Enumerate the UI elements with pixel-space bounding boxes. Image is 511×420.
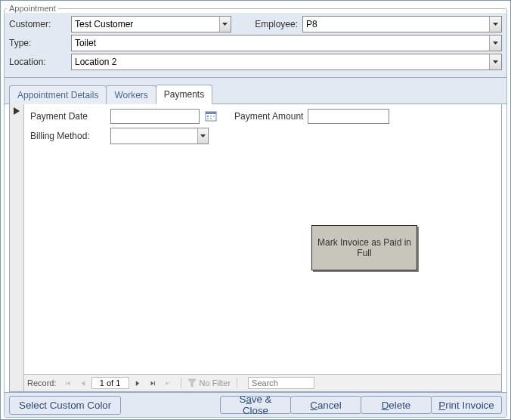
type-label: Type: bbox=[9, 38, 67, 48]
save-close-button[interactable]: Save & Close bbox=[220, 396, 291, 414]
location-label: Location: bbox=[9, 57, 67, 67]
payment-date-label: Payment Date bbox=[30, 111, 106, 122]
type-input[interactable] bbox=[72, 36, 489, 51]
header-panel: Customer: Employee: Type: Location: bbox=[5, 13, 506, 78]
nav-position-input[interactable] bbox=[91, 377, 129, 389]
svg-rect-8 bbox=[154, 381, 155, 384]
nav-separator bbox=[181, 378, 181, 388]
employee-dropdown-arrow[interactable] bbox=[489, 17, 501, 32]
payment-amount-input[interactable] bbox=[308, 109, 389, 124]
billing-method-input[interactable] bbox=[111, 128, 197, 144]
record-selector[interactable] bbox=[10, 104, 24, 391]
svg-rect-2 bbox=[207, 116, 209, 117]
tab-workers[interactable]: Workers bbox=[106, 85, 156, 104]
select-custom-color-button[interactable]: Select Custom Color bbox=[9, 396, 121, 415]
nav-last-button[interactable] bbox=[146, 377, 159, 389]
customer-dropdown-arrow[interactable] bbox=[219, 17, 231, 32]
tab-body-payments: Payment Date Payment Amount Billing Meth… bbox=[9, 104, 502, 392]
footer-bar: Select Custom Color Save & Close Cancel … bbox=[5, 392, 506, 417]
payments-subform: Payment Date Payment Amount Billing Meth… bbox=[10, 104, 501, 391]
svg-rect-3 bbox=[210, 116, 212, 117]
location-dropdown-arrow[interactable] bbox=[489, 54, 501, 69]
svg-rect-1 bbox=[206, 112, 216, 114]
employee-combo[interactable] bbox=[302, 16, 502, 32]
customer-label: Customer: bbox=[9, 19, 67, 29]
print-invoice-button[interactable]: Print Invoice bbox=[431, 396, 502, 414]
filter-text: No Filter bbox=[200, 378, 231, 388]
svg-rect-6 bbox=[210, 118, 212, 119]
type-combo[interactable] bbox=[71, 35, 502, 51]
record-navigator: Record: No Filter bbox=[24, 374, 501, 391]
billing-method-label: Billing Method: bbox=[30, 131, 106, 141]
window-title: Appointment bbox=[7, 4, 58, 13]
location-combo[interactable] bbox=[71, 54, 502, 70]
appointment-fieldset: Appointment Customer: Employee: Type: Lo… bbox=[4, 4, 507, 418]
svg-rect-4 bbox=[213, 116, 215, 117]
appointment-window: Appointment Customer: Employee: Type: Lo… bbox=[0, 0, 511, 420]
nav-next-button[interactable] bbox=[131, 377, 144, 389]
tab-appointment-details[interactable]: Appointment Details bbox=[9, 85, 107, 104]
billing-method-combo[interactable] bbox=[110, 128, 209, 144]
type-dropdown-arrow[interactable] bbox=[489, 36, 501, 51]
svg-rect-10 bbox=[169, 381, 169, 383]
tab-payments[interactable]: Payments bbox=[156, 85, 212, 104]
billing-method-dropdown-arrow[interactable] bbox=[197, 128, 208, 144]
mark-paid-button[interactable]: Mark Invoice as Paid in Full bbox=[311, 225, 417, 270]
payment-date-input[interactable] bbox=[110, 109, 200, 124]
nav-search-input[interactable] bbox=[248, 377, 314, 389]
customer-combo[interactable] bbox=[71, 16, 231, 32]
nav-new-button[interactable] bbox=[161, 377, 175, 389]
customer-input[interactable] bbox=[72, 17, 219, 32]
employee-input[interactable] bbox=[303, 17, 489, 32]
filter-indicator[interactable]: No Filter bbox=[187, 378, 231, 388]
calendar-icon[interactable] bbox=[204, 110, 218, 123]
cancel-button[interactable]: Cancel bbox=[290, 396, 361, 414]
payment-amount-label: Payment Amount bbox=[234, 111, 303, 122]
svg-rect-7 bbox=[66, 381, 67, 384]
tab-bar: Appointment Details Workers Payments bbox=[5, 78, 506, 104]
payments-form-area: Payment Date Payment Amount Billing Meth… bbox=[24, 104, 501, 391]
svg-rect-5 bbox=[207, 118, 209, 119]
recordnav-label: Record: bbox=[27, 378, 57, 388]
nav-prev-button[interactable] bbox=[76, 377, 90, 389]
funnel-icon bbox=[187, 378, 197, 388]
employee-label: Employee: bbox=[245, 19, 298, 29]
nav-separator2 bbox=[237, 378, 237, 388]
nav-first-button[interactable] bbox=[61, 377, 75, 389]
delete-button[interactable]: Delete bbox=[361, 396, 432, 414]
location-input[interactable] bbox=[72, 54, 489, 69]
